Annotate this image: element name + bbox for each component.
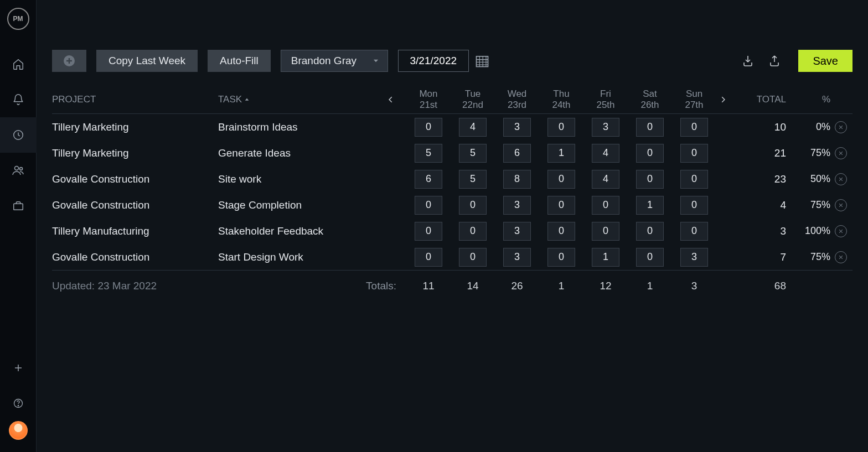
- hour-input[interactable]: [680, 248, 708, 267]
- hour-input[interactable]: [680, 144, 708, 163]
- day-total: 1: [628, 280, 672, 292]
- hour-input[interactable]: [592, 118, 619, 137]
- nav-timesheet[interactable]: [0, 117, 37, 153]
- close-icon: [838, 228, 844, 234]
- row-total: 4: [738, 199, 788, 211]
- hour-input[interactable]: [459, 222, 487, 241]
- close-icon: [838, 176, 844, 182]
- nav-projects[interactable]: [0, 188, 37, 224]
- day-header: Thu24th: [539, 89, 583, 110]
- delete-row-button[interactable]: [835, 199, 847, 211]
- totals-label: Totals:: [218, 280, 406, 292]
- day-header: Sat26th: [628, 89, 672, 110]
- day-header: Tue22nd: [451, 89, 495, 110]
- close-icon: [838, 150, 844, 156]
- hour-input[interactable]: [547, 222, 575, 241]
- hour-input[interactable]: [592, 222, 619, 241]
- row-total: 10: [738, 121, 788, 133]
- nav-notifications[interactable]: [0, 82, 37, 117]
- hour-input[interactable]: [680, 118, 708, 137]
- hour-input[interactable]: [547, 170, 575, 189]
- copy-last-week-button[interactable]: Copy Last Week: [96, 50, 198, 72]
- svg-rect-3: [13, 204, 23, 210]
- hour-input[interactable]: [415, 248, 442, 267]
- close-icon: [838, 202, 844, 208]
- day-total: 14: [451, 280, 495, 292]
- day-total: 12: [583, 280, 628, 292]
- hour-input[interactable]: [636, 144, 664, 163]
- user-avatar[interactable]: [9, 421, 28, 440]
- hour-input[interactable]: [592, 248, 619, 267]
- nav-people[interactable]: [0, 153, 37, 188]
- hour-input[interactable]: [636, 170, 664, 189]
- hour-input[interactable]: [636, 196, 664, 215]
- hour-input[interactable]: [680, 196, 708, 215]
- user-select[interactable]: Brandon Gray: [281, 50, 388, 72]
- auto-fill-button[interactable]: Auto-Fill: [208, 50, 271, 72]
- hour-input[interactable]: [547, 144, 575, 163]
- next-week-button[interactable]: [716, 93, 730, 106]
- hour-input[interactable]: [680, 222, 708, 241]
- hour-input[interactable]: [592, 144, 619, 163]
- project-header[interactable]: PROJECT: [52, 94, 218, 105]
- hour-input[interactable]: [503, 144, 531, 163]
- project-cell: Govalle Construction: [52, 199, 218, 211]
- hour-input[interactable]: [415, 144, 442, 163]
- nav-home[interactable]: [0, 46, 37, 82]
- task-cell: Start Design Work: [218, 251, 384, 263]
- hour-input[interactable]: [459, 248, 487, 267]
- delete-row-button[interactable]: [835, 225, 847, 237]
- hour-input[interactable]: [415, 196, 442, 215]
- hour-input[interactable]: [503, 222, 531, 241]
- people-icon: [12, 164, 25, 177]
- hour-input[interactable]: [415, 222, 442, 241]
- hour-input[interactable]: [680, 170, 708, 189]
- hour-input[interactable]: [459, 118, 487, 137]
- hour-input[interactable]: [459, 170, 487, 189]
- row-total: 3: [738, 225, 788, 237]
- chevron-down-icon: [372, 57, 380, 65]
- delete-row-button[interactable]: [835, 147, 847, 159]
- row-percent: 100%: [788, 225, 833, 237]
- prev-week-button[interactable]: [384, 93, 397, 106]
- hour-input[interactable]: [547, 118, 575, 137]
- task-cell: Brainstorm Ideas: [218, 121, 384, 133]
- hour-input[interactable]: [636, 222, 664, 241]
- hour-input[interactable]: [636, 118, 664, 137]
- delete-row-button[interactable]: [835, 251, 847, 263]
- import-button[interactable]: [740, 53, 756, 69]
- hour-input[interactable]: [415, 170, 442, 189]
- hour-input[interactable]: [547, 248, 575, 267]
- nav-help[interactable]: [0, 386, 37, 421]
- save-button[interactable]: Save: [798, 50, 852, 72]
- main-content: Copy Last Week Auto-Fill Brandon Gray 3/…: [37, 0, 868, 452]
- svg-point-5: [18, 406, 18, 406]
- hour-input[interactable]: [636, 248, 664, 267]
- hour-input[interactable]: [459, 196, 487, 215]
- date-input[interactable]: 3/21/2022: [398, 50, 469, 72]
- task-header[interactable]: TASK: [218, 94, 384, 105]
- hour-input[interactable]: [459, 144, 487, 163]
- delete-row-button[interactable]: [835, 121, 847, 133]
- calendar-icon[interactable]: [474, 53, 490, 69]
- app-logo: PM: [7, 8, 29, 30]
- timesheet-table: PROJECT TASK Mon21st Tue22nd Wed23rd Thu…: [37, 85, 868, 301]
- hour-input[interactable]: [415, 118, 442, 137]
- nav-add[interactable]: [0, 350, 37, 386]
- hour-input[interactable]: [592, 196, 619, 215]
- add-row-button[interactable]: [52, 50, 86, 72]
- task-cell: Stakeholder Feedback: [218, 225, 384, 237]
- delete-row-button[interactable]: [835, 173, 847, 185]
- export-button[interactable]: [766, 53, 783, 69]
- hour-input[interactable]: [503, 196, 531, 215]
- clock-icon: [12, 129, 24, 141]
- hour-input[interactable]: [592, 170, 619, 189]
- hour-input[interactable]: [547, 196, 575, 215]
- row-percent: 0%: [788, 121, 833, 133]
- table-row: Tillery MarketingGenerate Ideas2175%: [52, 140, 852, 166]
- hour-input[interactable]: [503, 118, 531, 137]
- hour-input[interactable]: [503, 248, 531, 267]
- row-total: 21: [738, 147, 788, 159]
- day-header: Fri25th: [583, 89, 628, 110]
- hour-input[interactable]: [503, 170, 531, 189]
